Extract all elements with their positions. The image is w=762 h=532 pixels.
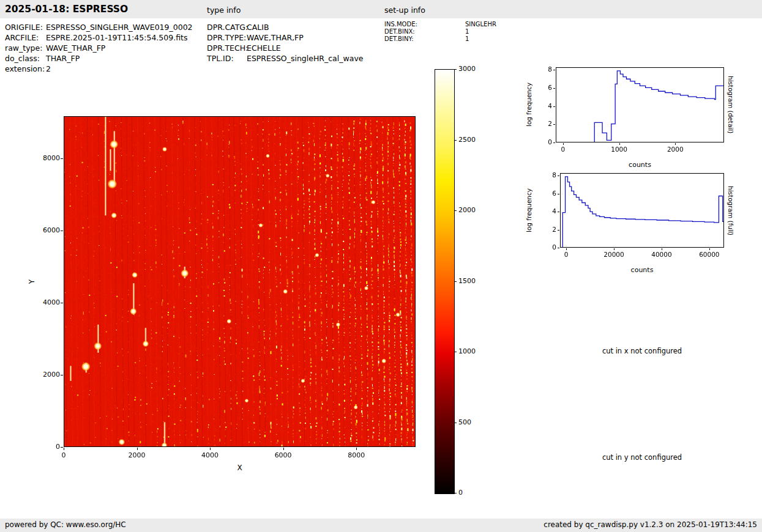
y-tick xyxy=(558,230,559,231)
colorbar-tick-label: 500 xyxy=(458,418,483,426)
x-tick xyxy=(614,248,614,250)
x-tick xyxy=(283,448,284,450)
x-tick xyxy=(675,143,676,145)
y-tick xyxy=(61,303,63,303)
y-tick xyxy=(558,212,559,212)
meta-label: INS.MODE: xyxy=(384,21,417,28)
meta-value: SINGLEHR xyxy=(465,21,496,28)
y-tick-label: 6 xyxy=(536,84,552,91)
meta-label: ARCFILE: xyxy=(5,33,39,42)
y-tick xyxy=(61,375,63,375)
hist-detail-rightlabel-wrap: histogram (detail) xyxy=(726,67,736,142)
colorbar-tick xyxy=(454,210,457,211)
hist-detail-xlabel: counts xyxy=(556,161,724,169)
x-tick xyxy=(709,248,710,250)
y-axis-label: Y xyxy=(28,279,36,284)
meta-value: ECHELLE xyxy=(247,43,281,53)
y-tick xyxy=(61,231,63,231)
y-tick-label: 2 xyxy=(540,226,556,233)
x-tick-label: 2000 xyxy=(660,146,690,153)
x-tick-label: 0 xyxy=(551,251,581,258)
type-info-heading: type info xyxy=(207,6,241,15)
meta-value: 1 xyxy=(465,35,469,42)
footer-left-text: powered by QC: www.eso.org/HC xyxy=(5,520,126,529)
colorbar xyxy=(435,69,455,494)
y-tick-label: 8 xyxy=(536,65,552,73)
meta-label: raw_type: xyxy=(5,43,42,53)
x-tick xyxy=(563,143,564,145)
colorbar-tick xyxy=(454,140,457,141)
colorbar-tick-label: 2500 xyxy=(458,136,483,144)
qc-report-page: 2025-01-18: ESPRESSO type info set-up in… xyxy=(0,0,762,532)
meta-label: DPR.TYPE: xyxy=(207,33,246,42)
histogram-detail-canvas xyxy=(556,67,724,142)
meta-value: 1 xyxy=(465,28,469,35)
colorbar-tick xyxy=(454,281,457,282)
meta-value: WAVE_THAR_FP xyxy=(46,43,105,53)
x-tick-label: 0 xyxy=(548,146,578,153)
y-tick-label: 2000 xyxy=(35,371,60,379)
y-tick xyxy=(553,106,555,107)
x-tick-label: 0 xyxy=(45,451,82,459)
meta-label: DET.BINY: xyxy=(384,35,414,42)
y-tick xyxy=(553,88,555,89)
hist-detail-ylabel: log frequency xyxy=(525,83,532,127)
colorbar-tick-label: 3000 xyxy=(458,65,483,73)
raw-detector-image-canvas xyxy=(64,116,416,447)
x-tick-label: 60000 xyxy=(694,251,725,258)
y-tick-label: 8 xyxy=(540,171,556,179)
x-tick xyxy=(210,448,211,450)
histogram-full-canvas xyxy=(560,173,724,248)
meta-value: ESPRESSO_singleHR_cal_wave xyxy=(247,54,363,63)
colorbar-tick xyxy=(454,69,457,70)
y-tick-label: 0 xyxy=(540,243,556,251)
meta-value: CALIB xyxy=(247,23,269,32)
colorbar-tick-label: 2000 xyxy=(458,206,483,214)
x-tick xyxy=(619,143,620,145)
y-tick xyxy=(558,248,559,248)
hist-full-rightlabel-wrap: histogram (full) xyxy=(726,173,736,248)
y-tick xyxy=(558,194,559,194)
x-tick-label: 6000 xyxy=(265,451,302,459)
x-tick-label: 40000 xyxy=(646,251,677,258)
colorbar-tick-label: 1500 xyxy=(458,277,483,285)
y-tick xyxy=(553,124,555,125)
x-tick xyxy=(137,448,138,450)
y-tick-label: 0 xyxy=(536,138,552,146)
colorbar-tick xyxy=(454,423,457,423)
meta-label: TPL.ID: xyxy=(207,54,234,63)
setup-info-heading: set-up info xyxy=(384,6,425,15)
hist-full-ylabel-wrap: log frequency xyxy=(524,173,534,248)
y-tick-label: 4 xyxy=(536,102,552,109)
meta-value: ESPRE.2025-01-19T11:45:54.509.fits xyxy=(46,33,187,42)
x-tick-label: 8000 xyxy=(338,451,375,459)
x-tick xyxy=(662,248,662,250)
y-tick-label: 6 xyxy=(540,190,556,197)
x-tick-label: 1000 xyxy=(604,146,635,153)
y-tick-label: 4 xyxy=(540,207,556,215)
meta-value: ESPRESSO_SINGLEHR_WAVE019_0002 xyxy=(46,23,193,32)
meta-label: do_class: xyxy=(5,54,40,63)
meta-value: 2 xyxy=(46,64,51,73)
meta-label: DET.BINX: xyxy=(384,28,415,35)
hist-full-ylabel: log frequency xyxy=(525,188,532,232)
x-tick xyxy=(566,248,567,250)
hist-full-xlabel: counts xyxy=(560,266,724,274)
meta-value: WAVE,THAR,FP xyxy=(247,33,304,42)
y-axis-label-wrap: Y xyxy=(27,116,37,447)
y-tick xyxy=(61,158,63,159)
x-tick-label: 4000 xyxy=(192,451,228,459)
cut-x-note: cut in x not configured xyxy=(560,347,724,355)
hist-full-right-label: histogram (full) xyxy=(727,186,734,235)
y-tick-label: 0 xyxy=(35,443,60,451)
meta-label: DPR.TECH: xyxy=(207,43,248,53)
y-tick xyxy=(61,447,63,448)
x-tick-label: 2000 xyxy=(119,451,155,459)
y-tick-label: 6000 xyxy=(35,226,60,234)
meta-label: DPR.CATG: xyxy=(207,23,248,32)
hist-detail-ylabel-wrap: log frequency xyxy=(524,67,534,142)
y-tick xyxy=(553,142,555,143)
meta-label: ORIGFILE: xyxy=(5,23,43,32)
y-tick-label: 4000 xyxy=(35,298,60,306)
colorbar-tick-label: 1000 xyxy=(458,347,483,355)
